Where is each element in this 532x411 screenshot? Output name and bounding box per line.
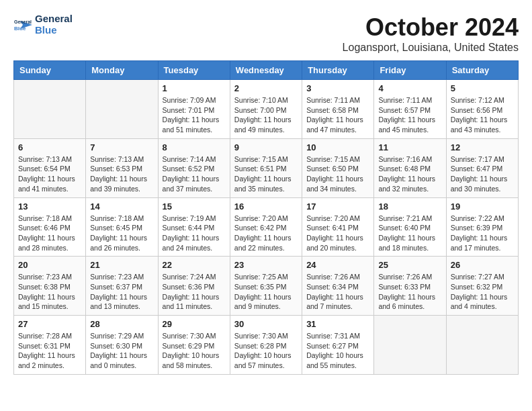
day-number: 23 (234, 260, 298, 270)
day-info: Sunrise: 7:30 AM Sunset: 6:28 PM Dayligh… (234, 331, 298, 371)
svg-text:Blue: Blue (14, 26, 26, 32)
calendar-cell: 8Sunrise: 7:14 AM Sunset: 6:52 PM Daylig… (158, 138, 230, 197)
calendar-header-wednesday: Wednesday (230, 61, 302, 80)
day-info: Sunrise: 7:27 AM Sunset: 6:32 PM Dayligh… (451, 272, 514, 312)
day-info: Sunrise: 7:13 AM Sunset: 6:53 PM Dayligh… (90, 154, 153, 194)
calendar-cell: 22Sunrise: 7:24 AM Sunset: 6:36 PM Dayli… (158, 257, 230, 316)
day-number: 6 (18, 142, 81, 152)
calendar-cell: 20Sunrise: 7:23 AM Sunset: 6:38 PM Dayli… (14, 257, 86, 316)
calendar-cell (446, 316, 518, 375)
day-number: 17 (306, 201, 369, 212)
day-number: 27 (18, 319, 81, 329)
calendar-body: 1Sunrise: 7:09 AM Sunset: 7:01 PM Daylig… (14, 80, 519, 375)
calendar-week-5: 27Sunrise: 7:28 AM Sunset: 6:31 PM Dayli… (14, 316, 519, 375)
calendar-cell (374, 316, 446, 375)
calendar-cell (86, 80, 158, 139)
day-number: 25 (378, 260, 441, 270)
title-area: October 2024 Logansport, Louisiana, Unit… (343, 13, 519, 54)
calendar-cell: 13Sunrise: 7:18 AM Sunset: 6:46 PM Dayli… (14, 197, 86, 257)
calendar-cell: 1Sunrise: 7:09 AM Sunset: 7:01 PM Daylig… (158, 80, 230, 139)
calendar-cell: 15Sunrise: 7:19 AM Sunset: 6:44 PM Dayli… (158, 197, 230, 257)
day-number: 8 (163, 142, 226, 152)
day-info: Sunrise: 7:16 AM Sunset: 6:48 PM Dayligh… (378, 154, 441, 194)
day-info: Sunrise: 7:18 AM Sunset: 6:45 PM Dayligh… (90, 214, 153, 253)
calendar-header-friday: Friday (374, 61, 446, 80)
calendar-week-3: 13Sunrise: 7:18 AM Sunset: 6:46 PM Dayli… (14, 197, 519, 257)
calendar-week-4: 20Sunrise: 7:23 AM Sunset: 6:38 PM Dayli… (14, 257, 519, 316)
day-info: Sunrise: 7:28 AM Sunset: 6:31 PM Dayligh… (18, 331, 81, 371)
calendar-header-row: SundayMondayTuesdayWednesdayThursdayFrid… (14, 61, 519, 80)
calendar-cell: 3Sunrise: 7:11 AM Sunset: 6:58 PM Daylig… (302, 80, 374, 139)
day-number: 26 (451, 260, 514, 270)
day-info: Sunrise: 7:13 AM Sunset: 6:54 PM Dayligh… (18, 154, 81, 194)
day-number: 1 (163, 83, 226, 93)
calendar-cell: 21Sunrise: 7:23 AM Sunset: 6:37 PM Dayli… (86, 257, 158, 316)
day-number: 13 (18, 201, 81, 212)
calendar: SundayMondayTuesdayWednesdayThursdayFrid… (13, 60, 519, 375)
svg-text:General: General (14, 19, 32, 24)
calendar-cell: 27Sunrise: 7:28 AM Sunset: 6:31 PM Dayli… (14, 316, 86, 375)
calendar-cell (14, 80, 86, 139)
day-info: Sunrise: 7:20 AM Sunset: 6:41 PM Dayligh… (306, 214, 369, 253)
day-number: 16 (234, 201, 298, 212)
calendar-cell: 12Sunrise: 7:17 AM Sunset: 6:47 PM Dayli… (446, 138, 518, 197)
day-info: Sunrise: 7:20 AM Sunset: 6:42 PM Dayligh… (234, 214, 298, 253)
day-number: 19 (451, 201, 514, 212)
day-info: Sunrise: 7:15 AM Sunset: 6:51 PM Dayligh… (234, 154, 298, 194)
calendar-header-thursday: Thursday (302, 61, 374, 80)
calendar-cell: 10Sunrise: 7:15 AM Sunset: 6:50 PM Dayli… (302, 138, 374, 197)
calendar-cell: 30Sunrise: 7:30 AM Sunset: 6:28 PM Dayli… (230, 316, 302, 375)
calendar-cell: 31Sunrise: 7:31 AM Sunset: 6:27 PM Dayli… (302, 316, 374, 375)
day-info: Sunrise: 7:17 AM Sunset: 6:47 PM Dayligh… (451, 154, 514, 194)
calendar-cell: 19Sunrise: 7:22 AM Sunset: 6:39 PM Dayli… (446, 197, 518, 257)
calendar-cell: 26Sunrise: 7:27 AM Sunset: 6:32 PM Dayli… (446, 257, 518, 316)
day-info: Sunrise: 7:14 AM Sunset: 6:52 PM Dayligh… (163, 154, 226, 194)
calendar-cell: 7Sunrise: 7:13 AM Sunset: 6:53 PM Daylig… (86, 138, 158, 197)
day-info: Sunrise: 7:19 AM Sunset: 6:44 PM Dayligh… (163, 214, 226, 253)
day-info: Sunrise: 7:26 AM Sunset: 6:33 PM Dayligh… (378, 272, 441, 312)
day-number: 20 (18, 260, 81, 270)
day-number: 7 (90, 142, 153, 152)
day-info: Sunrise: 7:29 AM Sunset: 6:30 PM Dayligh… (90, 331, 153, 371)
day-info: Sunrise: 7:11 AM Sunset: 6:58 PM Dayligh… (306, 95, 369, 135)
day-info: Sunrise: 7:09 AM Sunset: 7:01 PM Dayligh… (163, 95, 226, 135)
calendar-cell: 14Sunrise: 7:18 AM Sunset: 6:45 PM Dayli… (86, 197, 158, 257)
logo-text-blue: Blue (35, 25, 73, 36)
day-info: Sunrise: 7:24 AM Sunset: 6:36 PM Dayligh… (163, 272, 226, 312)
day-info: Sunrise: 7:23 AM Sunset: 6:38 PM Dayligh… (18, 272, 81, 312)
month-title: October 2024 (343, 13, 519, 42)
calendar-header-monday: Monday (86, 61, 158, 80)
day-info: Sunrise: 7:12 AM Sunset: 6:56 PM Dayligh… (451, 95, 514, 135)
calendar-cell: 11Sunrise: 7:16 AM Sunset: 6:48 PM Dayli… (374, 138, 446, 197)
logo: General Blue General Blue (13, 13, 73, 36)
day-number: 31 (306, 319, 369, 329)
day-info: Sunrise: 7:21 AM Sunset: 6:40 PM Dayligh… (378, 214, 441, 253)
day-number: 29 (163, 319, 226, 329)
calendar-cell: 17Sunrise: 7:20 AM Sunset: 6:41 PM Dayli… (302, 197, 374, 257)
calendar-week-1: 1Sunrise: 7:09 AM Sunset: 7:01 PM Daylig… (14, 80, 519, 139)
day-number: 12 (451, 142, 514, 152)
calendar-header-tuesday: Tuesday (158, 61, 230, 80)
day-number: 3 (306, 83, 369, 93)
calendar-cell: 28Sunrise: 7:29 AM Sunset: 6:30 PM Dayli… (86, 316, 158, 375)
day-number: 15 (163, 201, 226, 212)
day-info: Sunrise: 7:18 AM Sunset: 6:46 PM Dayligh… (18, 214, 81, 253)
location-title: Logansport, Louisiana, United States (343, 42, 519, 54)
day-number: 4 (378, 83, 441, 93)
calendar-header-sunday: Sunday (14, 61, 86, 80)
day-info: Sunrise: 7:30 AM Sunset: 6:29 PM Dayligh… (163, 331, 226, 371)
calendar-cell: 25Sunrise: 7:26 AM Sunset: 6:33 PM Dayli… (374, 257, 446, 316)
calendar-cell: 2Sunrise: 7:10 AM Sunset: 7:00 PM Daylig… (230, 80, 302, 139)
calendar-header-saturday: Saturday (446, 61, 518, 80)
calendar-cell: 23Sunrise: 7:25 AM Sunset: 6:35 PM Dayli… (230, 257, 302, 316)
day-number: 21 (90, 260, 153, 270)
day-number: 14 (90, 201, 153, 212)
day-number: 10 (306, 142, 369, 152)
day-number: 18 (378, 201, 441, 212)
day-number: 2 (234, 83, 298, 93)
calendar-cell: 16Sunrise: 7:20 AM Sunset: 6:42 PM Dayli… (230, 197, 302, 257)
day-number: 9 (234, 142, 298, 152)
day-number: 24 (306, 260, 369, 270)
calendar-cell: 18Sunrise: 7:21 AM Sunset: 6:40 PM Dayli… (374, 197, 446, 257)
day-info: Sunrise: 7:26 AM Sunset: 6:34 PM Dayligh… (306, 272, 369, 312)
